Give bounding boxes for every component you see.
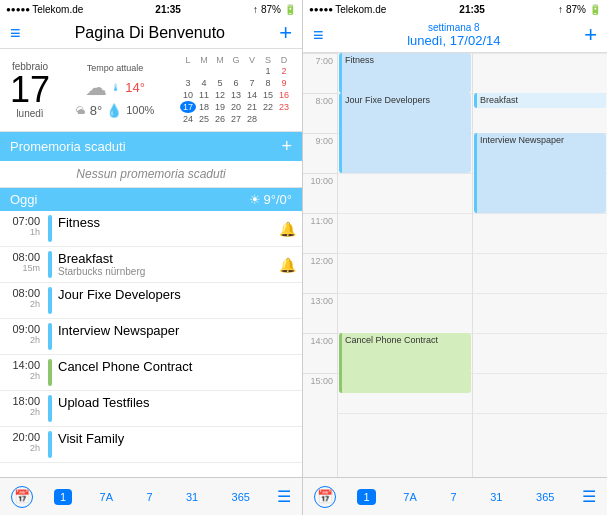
calendar-event-title: Fitness (345, 55, 468, 65)
header-left: ≡ Pagina Di Benvenuto + (0, 18, 302, 49)
tab-1-right[interactable]: 1 (357, 489, 375, 505)
hour-line (473, 413, 607, 414)
week-info: settimana 8 lunedì, 17/02/14 (407, 22, 500, 48)
tab-calendar-icon-left[interactable]: 📅 (11, 486, 33, 508)
event-duration: 1h (30, 227, 40, 237)
hour-line (473, 253, 607, 254)
reminders-add-button[interactable]: + (281, 136, 292, 157)
event-time-col: 14:002h (0, 355, 44, 390)
hour-line (338, 213, 472, 214)
sun-icon: ☀ (249, 192, 261, 207)
hour-line (338, 173, 472, 174)
events-list: 07:001hFitness🔔08:0015mBreakfastStarbuck… (0, 211, 302, 477)
oggi-temp-display: ☀ 9°/0° (249, 192, 292, 207)
event-color-bar (48, 251, 52, 278)
event-title: Upload Testfiles (58, 395, 298, 410)
bottom-tabs-left: 📅 1 7A 7 31 365 ☰ (0, 477, 302, 515)
page-title-left: Pagina Di Benvenuto (75, 24, 225, 42)
right-panel: ●●●●● Telekom.de 21:35 ↑ 87% 🔋 ≡ settima… (303, 0, 607, 515)
menu-icon-right[interactable]: ≡ (313, 25, 324, 46)
day-col-0: FitnessJour Fixe DevelopersCancel Phone … (337, 53, 472, 477)
event-item[interactable]: 18:002hUpload Testfiles (0, 391, 302, 427)
event-content: Cancel Phone Contract (58, 355, 302, 390)
event-item[interactable]: 20:002hVisit Family (0, 427, 302, 463)
weather-info: Tempo attuale ☁ 🌡 14° 🌥 8° 💧 100% (58, 63, 172, 118)
rain-percent: 100% (126, 104, 154, 116)
calendar-event[interactable]: Breakfast (474, 93, 606, 108)
battery-pct-left: 87% (261, 4, 281, 15)
week-number: settimana 8 (407, 22, 500, 33)
tab-7a-right[interactable]: 7A (397, 489, 422, 505)
battery-area-right: ↑ 87% 🔋 (558, 4, 601, 15)
add-event-button-right[interactable]: + (584, 22, 597, 48)
event-title: Cancel Phone Contract (58, 359, 298, 374)
status-bar-right: ●●●●● Telekom.de 21:35 ↑ 87% 🔋 (303, 0, 607, 18)
event-item[interactable]: 08:002hJour Fixe Developers (0, 283, 302, 319)
bell-icon: 🔔 (279, 257, 296, 273)
temp-low: 8° (90, 103, 102, 118)
time-slot: 13:00 (303, 293, 337, 333)
calendar-event[interactable]: Interview Newspaper (474, 133, 606, 213)
event-content: Upload Testfiles (58, 391, 302, 426)
tab-1-left[interactable]: 1 (54, 489, 72, 505)
time-slot: 9:00 (303, 133, 337, 173)
tab-31-right[interactable]: 31 (484, 489, 508, 505)
add-event-button-left[interactable]: + (279, 22, 292, 44)
battery-pct-right: 87% (566, 4, 586, 15)
event-title: Fitness (58, 215, 275, 230)
event-time: 18:00 (12, 395, 40, 407)
event-item[interactable]: 09:002hInterview Newspaper (0, 319, 302, 355)
event-item[interactable]: 08:0015mBreakfastStarbucks nürnberg🔔 (0, 247, 302, 283)
gps-icon-right: ↑ (558, 4, 563, 15)
hour-line (473, 333, 607, 334)
oggi-temp: 9°/0° (264, 192, 292, 207)
gps-icon: ↑ (253, 4, 258, 15)
event-time: 14:00 (12, 359, 40, 371)
calendar-event[interactable]: Fitness (339, 53, 471, 93)
event-title: Breakfast (58, 251, 275, 266)
event-item[interactable]: 14:002hCancel Phone Contract (0, 355, 302, 391)
time-slot: 11:00 (303, 213, 337, 253)
event-duration: 15m (22, 263, 40, 273)
event-time: 08:00 (12, 251, 40, 263)
tab-calendar-icon-right[interactable]: 📅 (314, 486, 336, 508)
reminders-title: Promemoria scaduti (10, 139, 126, 154)
event-duration: 2h (30, 335, 40, 345)
event-color-bar (48, 395, 52, 422)
calendar-grid: 7:008:009:0010:0011:0012:0013:0014:0015:… (303, 53, 607, 477)
status-bar-left: ●●●●● Telekom.de 21:35 ↑ 87% 🔋 (0, 0, 302, 18)
day-number: 17 (10, 72, 50, 108)
tab-365-left[interactable]: 365 (226, 489, 256, 505)
tab-7a-left[interactable]: 7A (94, 489, 119, 505)
weather-high-row: ☁ 🌡 14° (85, 75, 145, 101)
carrier-signal: ●●●●● Telekom.de (6, 4, 83, 15)
tab-31-left[interactable]: 31 (180, 489, 204, 505)
event-time-col: 09:002h (0, 319, 44, 354)
event-title: Interview Newspaper (58, 323, 298, 338)
event-item[interactable]: 07:001hFitness🔔 (0, 211, 302, 247)
event-color-bar (48, 287, 52, 314)
calendar-event-title: Jour Fixe Developers (345, 95, 468, 105)
tab-7-right[interactable]: 7 (444, 489, 462, 505)
calendar-event-title: Cancel Phone Contract (345, 335, 468, 345)
rain-icon: 💧 (106, 103, 122, 118)
calendar-event-title: Breakfast (480, 95, 603, 105)
thermometer-icon: 🌡 (111, 82, 121, 93)
calendar-event[interactable]: Cancel Phone Contract (339, 333, 471, 393)
menu-icon-left[interactable]: ≡ (10, 24, 21, 42)
event-time-col: 18:002h (0, 391, 44, 426)
event-content: Visit Family (58, 427, 302, 462)
time-left: 21:35 (155, 4, 181, 15)
event-duration: 2h (30, 407, 40, 417)
reminders-header: Promemoria scaduti + (0, 132, 302, 161)
bottom-tabs-right: 📅 1 7A 7 31 365 ☰ (303, 477, 607, 515)
tab-365-right[interactable]: 365 (530, 489, 560, 505)
left-panel: ●●●●● Telekom.de 21:35 ↑ 87% 🔋 ≡ Pagina … (0, 0, 303, 515)
list-view-icon-left[interactable]: ☰ (277, 487, 291, 506)
tab-7-left[interactable]: 7 (140, 489, 158, 505)
day-columns: FitnessJour Fixe DevelopersCancel Phone … (337, 53, 607, 477)
weather-section: febbraio 17 lunedì Tempo attuale ☁ 🌡 14°… (0, 49, 302, 132)
calendar-event[interactable]: Jour Fixe Developers (339, 93, 471, 173)
bell-icon: 🔔 (279, 221, 296, 237)
list-view-icon-right[interactable]: ☰ (582, 487, 596, 506)
